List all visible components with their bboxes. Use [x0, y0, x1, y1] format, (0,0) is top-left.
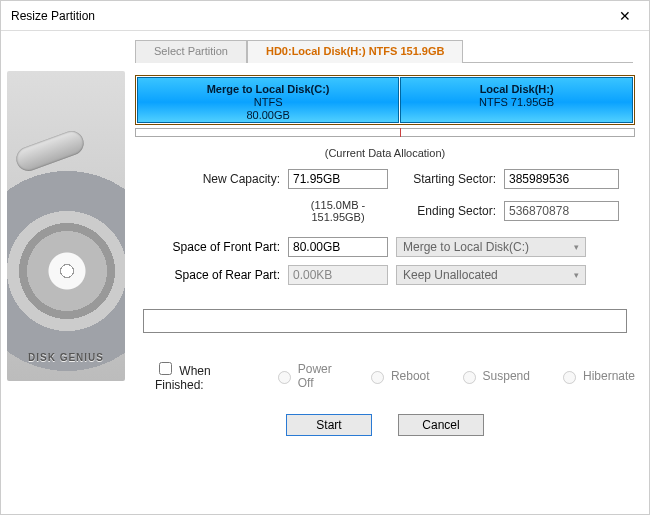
combo-rear-part[interactable]: Keep Unallocated ▾ — [396, 265, 586, 285]
partition-name: Merge to Local Disk(C:) — [138, 83, 398, 96]
when-finished-row: When Finished: Power Off Reboot Suspend … — [155, 359, 635, 392]
allocation-label: (Current Data Allocation) — [135, 147, 635, 159]
partition-size: 80.00GB — [138, 109, 398, 122]
partition-local-h[interactable]: Local Disk(H:) NTFS 71.95GB — [400, 77, 633, 123]
slider-handle[interactable] — [400, 128, 401, 137]
main-panel: Select Partition HD0:Local Disk(H:) NTFS… — [131, 31, 649, 514]
partition-merge-c[interactable]: Merge to Local Disk(C:) NTFS 80.00GB — [137, 77, 399, 123]
dialog-buttons: Start Cancel — [135, 414, 635, 436]
tab-active-disk[interactable]: HD0:Local Disk(H:) NTFS 151.9GB — [247, 40, 463, 63]
disk-arm-icon — [13, 128, 87, 174]
progress-box — [143, 309, 627, 333]
when-finished-checkbox[interactable]: When Finished: — [155, 359, 245, 392]
partition-bar[interactable]: Merge to Local Disk(C:) NTFS 80.00GB Loc… — [135, 75, 635, 125]
rear-part-row: Space of Rear Part: Keep Unallocated ▾ — [165, 265, 635, 285]
label-ending-sector: Ending Sector: — [396, 204, 496, 218]
body: Select Partition HD0:Local Disk(H:) NTFS… — [1, 31, 649, 514]
input-starting-sector[interactable] — [504, 169, 619, 189]
disk-illustration — [7, 71, 125, 381]
chevron-down-icon: ▾ — [574, 270, 579, 280]
value-ending-sector — [504, 201, 619, 221]
label-starting-sector: Starting Sector: — [396, 172, 496, 186]
radio-suspend[interactable]: Suspend — [458, 368, 530, 384]
combo-front-part[interactable]: Merge to Local Disk(C:) ▾ — [396, 237, 586, 257]
window-title: Resize Partition — [11, 9, 95, 23]
chevron-down-icon: ▾ — [574, 242, 579, 252]
checkbox-when-finished[interactable] — [159, 362, 172, 375]
partition-name: Local Disk(H:) — [401, 83, 632, 96]
tabs: Select Partition HD0:Local Disk(H:) NTFS… — [135, 39, 633, 63]
partition-fs: NTFS 71.95GB — [401, 96, 632, 109]
front-part-row: Space of Front Part: Merge to Local Disk… — [165, 237, 635, 257]
label-front-part: Space of Front Part: — [165, 240, 280, 254]
input-new-capacity[interactable] — [288, 169, 388, 189]
label-rear-part: Space of Rear Part: — [165, 268, 280, 282]
sidebar — [1, 31, 131, 514]
tab-select-partition[interactable]: Select Partition — [135, 40, 247, 63]
combo-front-value: Merge to Local Disk(C:) — [403, 240, 529, 254]
radio-poweroff[interactable]: Power Off — [273, 362, 338, 390]
capacity-range-note: (115.0MB - 151.95GB) — [288, 199, 388, 223]
cancel-button[interactable]: Cancel — [398, 414, 484, 436]
input-front-part[interactable] — [288, 237, 388, 257]
input-rear-part — [288, 265, 388, 285]
close-icon[interactable]: ✕ — [611, 4, 639, 28]
partition-fs: NTFS — [138, 96, 398, 109]
label-new-capacity: New Capacity: — [165, 172, 280, 186]
start-button[interactable]: Start — [286, 414, 372, 436]
combo-rear-value: Keep Unallocated — [403, 268, 498, 282]
capacity-grid: New Capacity: Starting Sector: (115.0MB … — [165, 169, 635, 223]
resize-slider[interactable] — [135, 128, 635, 137]
radio-hibernate[interactable]: Hibernate — [558, 368, 635, 384]
titlebar: Resize Partition ✕ — [1, 1, 649, 31]
radio-reboot[interactable]: Reboot — [366, 368, 430, 384]
